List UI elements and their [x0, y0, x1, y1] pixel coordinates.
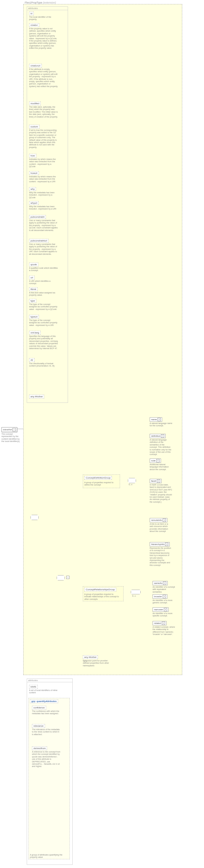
- attr-whyuri: whyuriWhy the metadata has been included…: [29, 201, 58, 210]
- sequence-root[interactable]: [30, 515, 39, 520]
- diagram-root: Flex1PropType (extension) inlineRef − Th…: [0, 0, 204, 868]
- attr-dir: dirThe directionality of textual content…: [29, 358, 58, 367]
- concept-rel-label: ConceptRelationshipsGroup: [84, 588, 116, 591]
- attr-id: idThe local identifier of the property.: [29, 11, 58, 21]
- attr-literal: literalA free-text value assigned as pro…: [29, 287, 58, 297]
- attr-howuri: howuriIndicates by which means the value…: [29, 171, 58, 183]
- quantify-group-box: [28, 698, 70, 859]
- def-child-definition[interactable]: definition +A natural language definitio…: [150, 434, 172, 456]
- attr-creator: creatorIf the property value is not defi…: [29, 23, 58, 50]
- attr2-relevance: relevanceThe relevance of the metadata t…: [32, 724, 61, 736]
- def-sequence[interactable]: [128, 478, 136, 483]
- attr-why: whyWhy the metadata has been included - …: [29, 187, 58, 199]
- root-desc: The concept represented by the content i…: [1, 433, 22, 443]
- def-child-name[interactable]: name +A natural language name for the co…: [150, 417, 172, 427]
- sequence-inner[interactable]: −: [57, 575, 65, 581]
- type-label: Flex1PropType (extension): [25, 1, 56, 4]
- rel-child-broader[interactable]: broader +An identifier of a more generic…: [152, 594, 175, 604]
- rel-child-sameAs[interactable]: sameAs +An identifier of a concept with …: [152, 581, 175, 593]
- attr-typeuri: typeuriThe type of the concept assigned …: [29, 315, 58, 327]
- attr-uri: uriA URI which identifies a concept.: [29, 276, 58, 285]
- idrefs-attr: idrefs A set of local identifiers of inl…: [29, 685, 58, 694]
- rel-choice[interactable]: [131, 590, 141, 594]
- attr-pubconstraint: pubconstraintOne or many constraints tha…: [29, 215, 58, 231]
- concept-def-label: ConceptDefinitionGroup: [84, 476, 112, 480]
- attr2-derivedfrom: derivedfromA reference to the concept fr…: [32, 746, 61, 768]
- attr-pubconstrainturi: pubconstrainturiOne or many constraints …: [29, 239, 58, 255]
- attributes-title: attributes: [27, 7, 68, 10]
- def-child-note[interactable]: note +Additional natural language inform…: [150, 459, 172, 471]
- attr-type: typeThe type of the concept assigned as …: [29, 299, 58, 311]
- attr-custom: customIf set to true the corresponding p…: [29, 125, 58, 149]
- def-child-facet[interactable]: facet +In NAR 1.8 and later, facet is de…: [150, 479, 172, 503]
- rel-child-narrower[interactable]: narrower +An identifier of a more specif…: [152, 608, 175, 617]
- quantify-group-label: grp: quantifyAttributes: [30, 700, 58, 703]
- attr-how: howIndicates by which means the value wa…: [29, 154, 58, 168]
- def-child-hierarchyInfo[interactable]: hierarchyInfo +Represents the position o…: [150, 542, 172, 566]
- def-child-remoteInfo[interactable]: remoteInfo +A link to an item or a web r…: [150, 518, 172, 533]
- attr2-confidence: confidenceThe confidence with which the …: [32, 706, 61, 715]
- inline-ref-element[interactable]: inlineRef −: [1, 427, 17, 432]
- collapse-icon[interactable]: −: [66, 576, 69, 579]
- attr-qcode: qcodeA qualified code which identifies a…: [29, 262, 58, 272]
- attr-xml:lang: xml:langSpecifies the language of this p…: [29, 331, 58, 350]
- any-other-attr: any ##other: [29, 395, 44, 398]
- attr-modified: modifiedThe date (and, optionally, the t…: [29, 101, 58, 118]
- rel-child-related[interactable]: related +A related concept, where the re…: [152, 621, 175, 636]
- attr-creatoruri: creatoruriIf the attribute is empty, spe…: [29, 64, 58, 88]
- collapse-icon[interactable]: −: [12, 428, 16, 431]
